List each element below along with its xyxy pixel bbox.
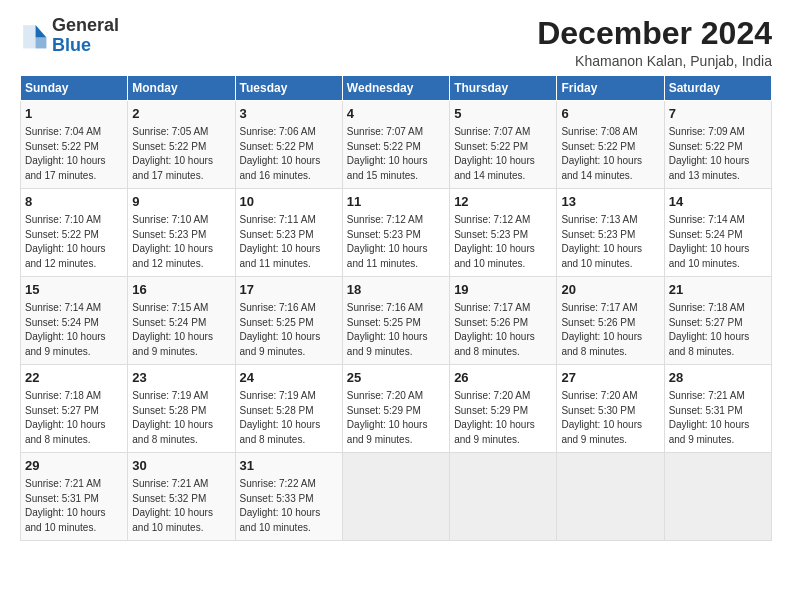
- table-row: 8 Sunrise: 7:10 AMSunset: 5:22 PMDayligh…: [21, 189, 772, 277]
- list-item: 19 Sunrise: 7:17 AMSunset: 5:26 PMDaylig…: [450, 277, 557, 365]
- list-item: 20 Sunrise: 7:17 AMSunset: 5:26 PMDaylig…: [557, 277, 664, 365]
- list-item: 6 Sunrise: 7:08 AMSunset: 5:22 PMDayligh…: [557, 101, 664, 189]
- calendar-header: Sunday Monday Tuesday Wednesday Thursday…: [21, 76, 772, 101]
- list-item: 30 Sunrise: 7:21 AMSunset: 5:32 PMDaylig…: [128, 453, 235, 541]
- col-friday: Friday: [557, 76, 664, 101]
- col-sunday: Sunday: [21, 76, 128, 101]
- logo-text: General Blue: [52, 16, 119, 56]
- location: Khamanon Kalan, Punjab, India: [537, 53, 772, 69]
- list-item: 23 Sunrise: 7:19 AMSunset: 5:28 PMDaylig…: [128, 365, 235, 453]
- list-item: 14 Sunrise: 7:14 AMSunset: 5:24 PMDaylig…: [664, 189, 771, 277]
- list-item: 15 Sunrise: 7:14 AMSunset: 5:24 PMDaylig…: [21, 277, 128, 365]
- list-item-empty: [557, 453, 664, 541]
- page-container: General Blue December 2024 Khamanon Kala…: [0, 0, 792, 551]
- list-item: 5 Sunrise: 7:07 AMSunset: 5:22 PMDayligh…: [450, 101, 557, 189]
- col-tuesday: Tuesday: [235, 76, 342, 101]
- list-item-empty: [342, 453, 449, 541]
- col-monday: Monday: [128, 76, 235, 101]
- list-item: 2 Sunrise: 7:05 AMSunset: 5:22 PMDayligh…: [128, 101, 235, 189]
- logo-general: General: [52, 15, 119, 35]
- list-item: 13 Sunrise: 7:13 AMSunset: 5:23 PMDaylig…: [557, 189, 664, 277]
- list-item: 26 Sunrise: 7:20 AMSunset: 5:29 PMDaylig…: [450, 365, 557, 453]
- list-item: 11 Sunrise: 7:12 AMSunset: 5:23 PMDaylig…: [342, 189, 449, 277]
- list-item: 29 Sunrise: 7:21 AMSunset: 5:31 PMDaylig…: [21, 453, 128, 541]
- list-item: 8 Sunrise: 7:10 AMSunset: 5:22 PMDayligh…: [21, 189, 128, 277]
- logo: General Blue: [20, 16, 119, 56]
- list-item: 17 Sunrise: 7:16 AMSunset: 5:25 PMDaylig…: [235, 277, 342, 365]
- list-item: 25 Sunrise: 7:20 AMSunset: 5:29 PMDaylig…: [342, 365, 449, 453]
- calendar-body: 1 Sunrise: 7:04 AMSunset: 5:22 PMDayligh…: [21, 101, 772, 541]
- table-row: 22 Sunrise: 7:18 AMSunset: 5:27 PMDaylig…: [21, 365, 772, 453]
- svg-marker-0: [36, 25, 47, 37]
- list-item: 9 Sunrise: 7:10 AMSunset: 5:23 PMDayligh…: [128, 189, 235, 277]
- col-saturday: Saturday: [664, 76, 771, 101]
- list-item-empty: [450, 453, 557, 541]
- list-item: 4 Sunrise: 7:07 AMSunset: 5:22 PMDayligh…: [342, 101, 449, 189]
- table-row: 1 Sunrise: 7:04 AMSunset: 5:22 PMDayligh…: [21, 101, 772, 189]
- logo-icon: [20, 22, 48, 50]
- list-item: 3 Sunrise: 7:06 AMSunset: 5:22 PMDayligh…: [235, 101, 342, 189]
- list-item: 1 Sunrise: 7:04 AMSunset: 5:22 PMDayligh…: [21, 101, 128, 189]
- list-item: 27 Sunrise: 7:20 AMSunset: 5:30 PMDaylig…: [557, 365, 664, 453]
- col-thursday: Thursday: [450, 76, 557, 101]
- header: General Blue December 2024 Khamanon Kala…: [20, 16, 772, 69]
- svg-marker-1: [36, 37, 47, 48]
- list-item: 28 Sunrise: 7:21 AMSunset: 5:31 PMDaylig…: [664, 365, 771, 453]
- list-item-empty: [664, 453, 771, 541]
- title-block: December 2024 Khamanon Kalan, Punjab, In…: [537, 16, 772, 69]
- table-row: 15 Sunrise: 7:14 AMSunset: 5:24 PMDaylig…: [21, 277, 772, 365]
- list-item: 10 Sunrise: 7:11 AMSunset: 5:23 PMDaylig…: [235, 189, 342, 277]
- logo-blue: Blue: [52, 35, 91, 55]
- list-item: 22 Sunrise: 7:18 AMSunset: 5:27 PMDaylig…: [21, 365, 128, 453]
- col-wednesday: Wednesday: [342, 76, 449, 101]
- list-item: 16 Sunrise: 7:15 AMSunset: 5:24 PMDaylig…: [128, 277, 235, 365]
- list-item: 12 Sunrise: 7:12 AMSunset: 5:23 PMDaylig…: [450, 189, 557, 277]
- calendar-table: Sunday Monday Tuesday Wednesday Thursday…: [20, 75, 772, 541]
- list-item: 18 Sunrise: 7:16 AMSunset: 5:25 PMDaylig…: [342, 277, 449, 365]
- list-item: 24 Sunrise: 7:19 AMSunset: 5:28 PMDaylig…: [235, 365, 342, 453]
- table-row: 29 Sunrise: 7:21 AMSunset: 5:31 PMDaylig…: [21, 453, 772, 541]
- header-row: Sunday Monday Tuesday Wednesday Thursday…: [21, 76, 772, 101]
- svg-rect-2: [23, 25, 35, 48]
- list-item: 7 Sunrise: 7:09 AMSunset: 5:22 PMDayligh…: [664, 101, 771, 189]
- list-item: 31 Sunrise: 7:22 AMSunset: 5:33 PMDaylig…: [235, 453, 342, 541]
- month-title: December 2024: [537, 16, 772, 51]
- list-item: 21 Sunrise: 7:18 AMSunset: 5:27 PMDaylig…: [664, 277, 771, 365]
